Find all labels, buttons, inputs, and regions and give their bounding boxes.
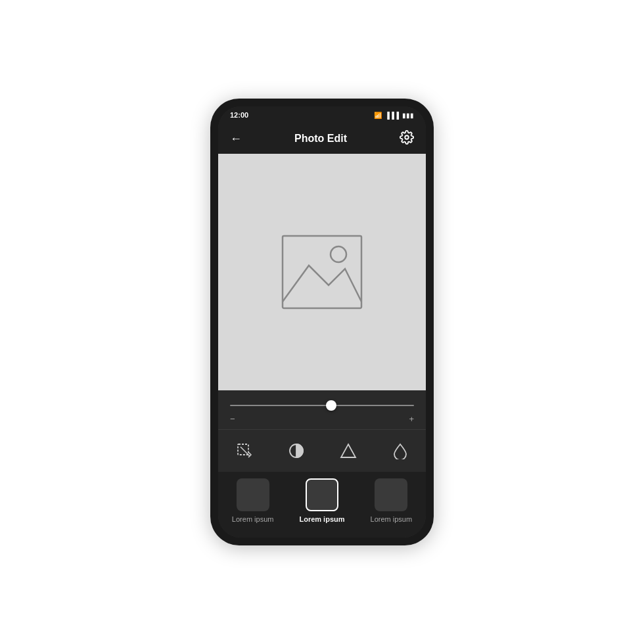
crop-rotate-tool[interactable] <box>230 436 259 465</box>
image-placeholder <box>269 229 375 315</box>
adjust-thumb <box>375 478 407 511</box>
battery-icon: ▮▮▮ <box>402 112 414 119</box>
filter-tab-label: Lorem ipsum <box>232 515 274 523</box>
svg-point-0 <box>405 135 409 139</box>
back-button[interactable]: ← <box>230 132 242 146</box>
phone-screen: 12:00 📶 ▐▐▐ ▮▮▮ ← Photo Edit <box>218 106 426 538</box>
phone-frame: 12:00 📶 ▐▐▐ ▮▮▮ ← Photo Edit <box>210 99 434 545</box>
settings-button[interactable] <box>400 130 414 148</box>
slider-thumb[interactable] <box>326 400 336 411</box>
edit-tab-label: Lorem ipsum <box>299 515 344 523</box>
page-title: Photo Edit <box>294 133 347 145</box>
svg-marker-5 <box>341 444 356 457</box>
status-icons: 📶 ▐▐▐ ▮▮▮ <box>374 112 414 119</box>
wifi-icon: 📶 <box>374 112 382 119</box>
brightness-slider[interactable] <box>230 400 414 411</box>
status-bar: 12:00 📶 ▐▐▐ ▮▮▮ <box>218 106 426 124</box>
saturation-tool[interactable] <box>386 436 415 465</box>
contrast-tool[interactable] <box>282 436 311 465</box>
filter-tab[interactable]: Lorem ipsum <box>230 478 276 523</box>
slider-labels: − + <box>230 414 414 424</box>
brightness-tool[interactable] <box>334 436 363 465</box>
slider-track <box>230 405 414 406</box>
edit-thumb <box>306 478 338 511</box>
svg-rect-1 <box>283 236 361 308</box>
adjust-tab[interactable]: Lorem ipsum <box>368 478 414 523</box>
slider-min-label: − <box>230 414 235 424</box>
filter-thumb <box>237 478 269 511</box>
status-time: 12:00 <box>230 111 248 119</box>
adjust-tab-label: Lorem ipsum <box>371 515 413 523</box>
svg-point-2 <box>331 246 346 262</box>
slider-section: − + <box>218 390 426 429</box>
signal-icon: ▐▐▐ <box>385 112 399 119</box>
bottom-nav: Lorem ipsum Lorem ipsum Lorem ipsum <box>218 472 426 538</box>
app-header: ← Photo Edit <box>218 124 426 154</box>
photo-canvas <box>218 154 426 390</box>
tools-section <box>218 429 426 472</box>
edit-tab[interactable]: Lorem ipsum <box>299 478 345 523</box>
slider-max-label: + <box>409 414 414 424</box>
